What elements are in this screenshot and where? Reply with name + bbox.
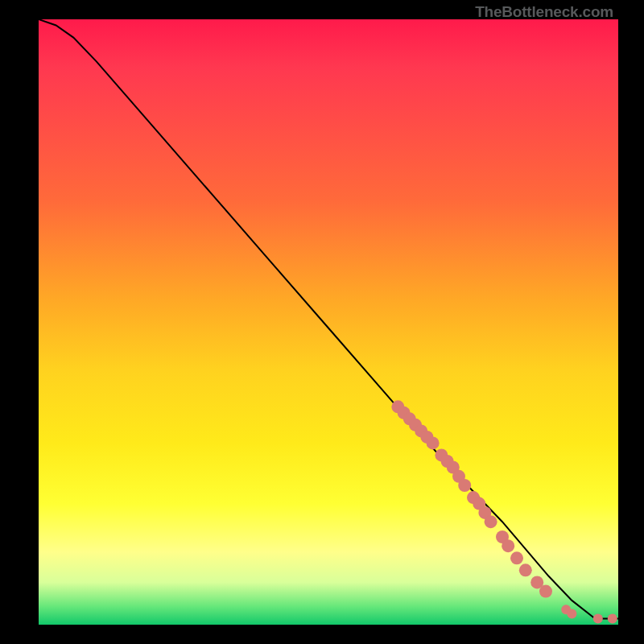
bottleneck-curve: [39, 19, 618, 619]
data-point: [502, 539, 514, 552]
data-points: [391, 400, 617, 623]
data-point: [427, 436, 440, 449]
chart-overlay: [39, 19, 618, 625]
chart-frame: TheBottleneck.com: [0, 0, 644, 644]
data-point: [593, 614, 603, 624]
data-point: [608, 614, 617, 624]
data-point: [539, 585, 552, 598]
data-point: [519, 564, 532, 576]
watermark-text: TheBottleneck.com: [475, 3, 613, 21]
data-point: [567, 609, 576, 619]
data-point: [485, 515, 497, 528]
data-point: [458, 479, 471, 492]
data-point: [510, 551, 523, 564]
plot-area: [39, 19, 618, 625]
